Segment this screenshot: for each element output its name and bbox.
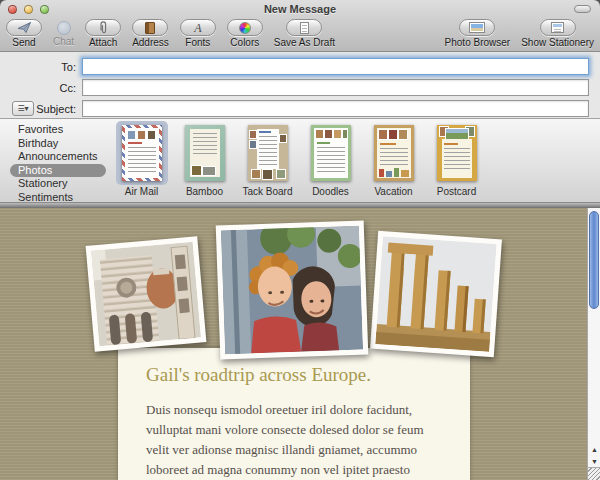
- header-fields-menu-button[interactable]: ☰▾: [12, 101, 34, 116]
- air-mail-thumbnail: [122, 125, 162, 181]
- template-postcard[interactable]: Postcard: [425, 121, 488, 197]
- fonts-button[interactable]: A Fonts: [180, 19, 216, 48]
- doodles-thumbnail: [311, 125, 351, 181]
- send-icon: [6, 19, 42, 36]
- category-sentiments[interactable]: Sentiments: [10, 191, 106, 205]
- couple-photo-image: [221, 226, 363, 355]
- tack-board-label: Tack Board: [242, 186, 292, 197]
- photo-browser-button[interactable]: Photo Browser: [445, 19, 511, 48]
- subject-row: ☰▾ Subject:: [0, 98, 600, 119]
- cc-label: Cc:: [0, 82, 82, 94]
- send-button[interactable]: Send: [6, 19, 42, 48]
- toolbar-right-group: Photo Browser Show Stationery: [445, 19, 594, 48]
- template-doodles[interactable]: Doodles: [299, 121, 362, 197]
- postcard-label: Postcard: [437, 186, 476, 197]
- paperclip-icon: [85, 19, 121, 36]
- temple-photo[interactable]: [370, 231, 502, 357]
- subject-input[interactable]: [82, 100, 589, 117]
- photo-browser-label: Photo Browser: [445, 37, 511, 48]
- bamboo-label: Bamboo: [186, 186, 223, 197]
- scrollbar-thumb[interactable]: [589, 211, 599, 309]
- category-favorites[interactable]: Favorites: [10, 123, 106, 137]
- toolbar-left-group: Send Chat Attach Address A: [6, 19, 335, 48]
- category-birthday[interactable]: Birthday: [10, 137, 106, 151]
- template-vacation[interactable]: Vacation: [362, 121, 425, 197]
- save-as-draft-label: Save As Draft: [274, 37, 335, 48]
- address-button[interactable]: Address: [132, 19, 169, 48]
- cc-row: Cc:: [0, 77, 600, 98]
- doodles-label: Doodles: [312, 186, 349, 197]
- scroll-down-arrow[interactable]: ▼: [588, 455, 600, 467]
- cathedral-photo[interactable]: [86, 236, 207, 351]
- template-bamboo[interactable]: Bamboo: [173, 121, 236, 197]
- tack-board-thumbnail: [248, 125, 288, 181]
- window-chrome: New Message Send Chat: [0, 0, 600, 52]
- couple-photo[interactable]: [216, 220, 369, 359]
- show-stationery-label: Show Stationery: [521, 37, 594, 48]
- template-air-mail[interactable]: Air Mail: [110, 121, 173, 197]
- stationery-category-list: Favorites Birthday Announcements Photos …: [10, 123, 106, 204]
- vacation-thumbnail: [374, 125, 414, 181]
- category-announcements[interactable]: Announcements: [10, 150, 106, 164]
- air-mail-label: Air Mail: [125, 186, 158, 197]
- toolbar: Send Chat Attach Address A: [0, 18, 600, 52]
- address-book-icon: [132, 19, 168, 36]
- compose-header-fields: To: Cc: ☰▾ Subject:: [0, 52, 600, 119]
- stationery-picker: Favorites Birthday Announcements Photos …: [0, 119, 600, 203]
- category-stationery[interactable]: Stationery: [10, 177, 106, 191]
- stationery-paper: Gail's roadtrip across Europe. Duis nons…: [118, 348, 470, 480]
- postcard-thumbnail: [437, 125, 477, 181]
- to-input[interactable]: [82, 58, 589, 75]
- toolbar-toggle-pill[interactable]: [574, 5, 591, 13]
- to-row: To:: [0, 56, 600, 77]
- window-title: New Message: [0, 3, 600, 15]
- draft-document-icon: [286, 19, 322, 36]
- scroll-up-arrow[interactable]: ▲: [588, 443, 600, 455]
- vacation-label: Vacation: [374, 186, 412, 197]
- colors-button[interactable]: Colors: [227, 19, 263, 48]
- to-label: To:: [0, 61, 82, 73]
- fonts-label: Fonts: [185, 37, 210, 48]
- save-as-draft-button[interactable]: Save As Draft: [274, 19, 335, 48]
- chat-label: Chat: [53, 36, 74, 47]
- stationery-template-row: Air Mail Bamboo: [110, 121, 488, 197]
- message-paragraph-1: Duis nonsequ ismodol oreetuer iril dolor…: [146, 400, 448, 480]
- window-resize-grip[interactable]: [588, 467, 600, 480]
- mail-new-message-window: New Message Send Chat: [0, 0, 600, 480]
- attach-button[interactable]: Attach: [85, 19, 121, 48]
- bamboo-thumbnail: [185, 125, 225, 181]
- category-photos[interactable]: Photos: [10, 164, 106, 178]
- attach-label: Attach: [89, 37, 117, 48]
- chat-button: Chat: [53, 19, 74, 48]
- fonts-icon: A: [180, 19, 216, 36]
- stationery-icon: [540, 19, 576, 36]
- title-bar[interactable]: New Message: [0, 0, 600, 18]
- message-heading: Gail's roadtrip across Europe.: [146, 364, 442, 386]
- cathedral-photo-image: [91, 242, 201, 347]
- color-wheel-icon: [227, 19, 263, 36]
- vertical-scrollbar[interactable]: ▲ ▼: [587, 208, 600, 480]
- photo-browser-icon: [459, 19, 495, 36]
- temple-photo-image: [375, 236, 496, 352]
- chat-icon: [57, 21, 71, 35]
- message-body[interactable]: Gail's roadtrip across Europe. Duis nons…: [0, 208, 600, 480]
- send-label: Send: [12, 37, 35, 48]
- show-stationery-button[interactable]: Show Stationery: [521, 19, 594, 48]
- cc-input[interactable]: [82, 79, 589, 96]
- template-tack-board[interactable]: Tack Board: [236, 121, 299, 197]
- colors-label: Colors: [230, 37, 259, 48]
- address-label: Address: [132, 37, 169, 48]
